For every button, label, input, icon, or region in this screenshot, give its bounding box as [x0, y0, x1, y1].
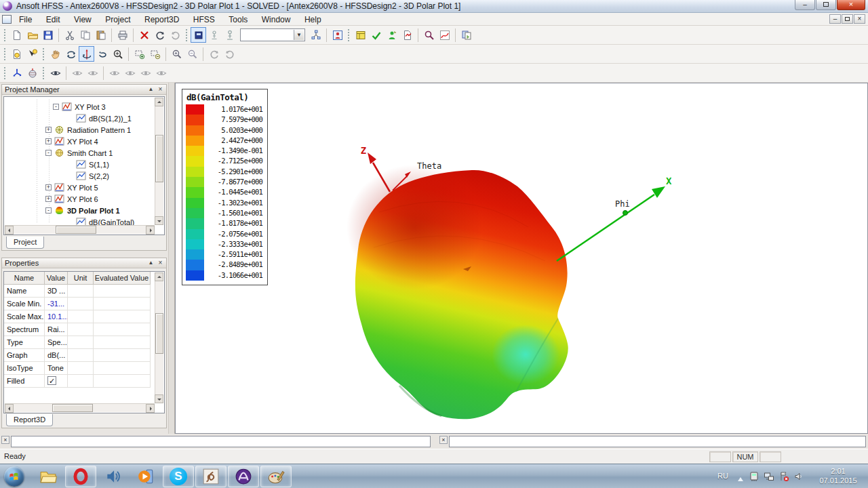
taskbar-skype[interactable]: S	[163, 466, 194, 487]
taskbar-designer[interactable]	[195, 466, 226, 487]
property-row-filled[interactable]: Filled ✓	[4, 375, 151, 388]
mdi-close-button[interactable]: ×	[854, 14, 865, 24]
radiation-pattern-3d-plot[interactable]: Z Theta X Phi	[176, 83, 867, 433]
delete-button[interactable]	[136, 27, 152, 43]
show-all-button[interactable]	[122, 65, 138, 81]
start-button[interactable]	[4, 466, 24, 487]
dock-splitter[interactable]	[168, 83, 175, 434]
open-button[interactable]	[24, 27, 40, 43]
zoom-window-out-button[interactable]	[147, 46, 163, 62]
plot-canvas[interactable]: Z Theta X Phi dB(GainTotal) 1.017	[175, 83, 868, 434]
analyze-all-button[interactable]	[384, 27, 399, 43]
derivative-tree-button[interactable]	[308, 27, 323, 43]
menu-file[interactable]: File	[14, 14, 37, 26]
tree-item-xy-plot-6[interactable]: + XY Plot 6	[4, 193, 98, 205]
taskbar-volume[interactable]	[98, 466, 129, 487]
document-icon[interactable]	[2, 15, 12, 24]
scroll-thumb[interactable]	[56, 226, 96, 234]
toolbar-grip[interactable]	[3, 47, 7, 61]
filled-checkbox[interactable]: ✓	[47, 376, 56, 385]
clock[interactable]: 2:01 07.01.2015	[811, 466, 865, 485]
properties-table[interactable]: Name Value Unit Evaluated Value Name 3D …	[3, 271, 165, 413]
window-restore-button[interactable]	[816, 0, 836, 10]
show-selection-button[interactable]	[85, 65, 100, 81]
tree-item-smith-chart-1[interactable]: - Smith Chart 1	[4, 147, 113, 159]
menu-window[interactable]: Window	[256, 14, 296, 26]
pane-close-button[interactable]: ×	[439, 436, 448, 444]
tree-item-radiation-pattern-1[interactable]: + Radiation Pattern 1	[4, 124, 131, 136]
taskbar-ansoft[interactable]	[228, 466, 259, 487]
paste-button[interactable]	[93, 27, 108, 43]
property-row-type[interactable]: Type Spe...	[4, 336, 151, 349]
hide-others-button[interactable]	[138, 65, 153, 81]
hide-selection-button[interactable]	[69, 65, 85, 81]
hide-all-button[interactable]	[106, 65, 122, 81]
expand-toggle[interactable]: +	[45, 138, 52, 144]
message-field[interactable]	[11, 436, 431, 447]
window-close-button[interactable]: ×	[837, 0, 865, 10]
tree-item-xy-plot-5[interactable]: + XY Plot 5	[4, 182, 98, 193]
tray-expand-icon[interactable]	[738, 474, 743, 481]
view-redo-button[interactable]	[222, 46, 237, 62]
pane-close-button[interactable]: ×	[156, 259, 165, 267]
volume-tray-icon[interactable]	[793, 471, 804, 482]
property-row-spectrum[interactable]: Spectrum Rai...	[4, 323, 151, 336]
menu-hfss[interactable]: HFSS	[188, 14, 220, 26]
results-button[interactable]	[399, 27, 415, 43]
view-undo-button[interactable]	[206, 46, 222, 62]
validate-button[interactable]	[368, 27, 384, 43]
action-center-flag-icon[interactable]	[778, 471, 789, 482]
toolbar-grip[interactable]	[42, 66, 45, 80]
device-tray-icon[interactable]	[749, 471, 760, 482]
scroll-thumb[interactable]	[155, 313, 163, 354]
title-bar[interactable]: Ansoft HFSS - Antex2600V8 - HFSSDesign2 …	[0, 0, 868, 13]
menu-report3d[interactable]: Report3D	[139, 14, 184, 26]
zoom-out-button[interactable]	[184, 46, 200, 62]
expand-toggle[interactable]: -	[45, 207, 52, 214]
pane-close-button[interactable]: ×	[156, 85, 165, 94]
tree-item-s22[interactable]: S(2,2)	[4, 170, 109, 182]
menu-tools[interactable]: Tools	[223, 14, 253, 26]
expand-toggle[interactable]: +	[45, 196, 52, 202]
zoom-in-button[interactable]	[169, 46, 184, 62]
toolbar-grip[interactable]	[42, 47, 45, 61]
model-window-button[interactable]	[353, 27, 368, 43]
window-minimize-button[interactable]: –	[795, 0, 815, 10]
pane-collapse-button[interactable]: ▲	[146, 85, 155, 94]
tree-item-xy-plot-3[interactable]: - XY Plot 3	[4, 101, 106, 113]
tab-report3d[interactable]: Report3D	[6, 414, 53, 426]
network-tray-icon[interactable]	[764, 471, 774, 482]
menu-view[interactable]: View	[68, 14, 97, 26]
scroll-thumb[interactable]	[52, 404, 93, 412]
toolbar-grip[interactable]	[185, 28, 189, 42]
property-row-isotype[interactable]: IsoType Tone	[4, 362, 151, 375]
mdi-minimize-button[interactable]: –	[829, 14, 841, 24]
expand-toggle[interactable]: -	[45, 150, 52, 156]
toolbar-grip[interactable]	[3, 66, 7, 80]
expand-toggle[interactable]: -	[53, 104, 59, 110]
menu-help[interactable]: Help	[299, 14, 327, 26]
tab-project[interactable]: Project	[6, 237, 44, 249]
new-button[interactable]	[9, 27, 24, 43]
zoom-fit-button[interactable]	[110, 46, 125, 62]
language-indicator[interactable]: RU	[717, 472, 728, 480]
column-header-value[interactable]: Value	[45, 272, 68, 285]
rotate-axis-button[interactable]	[79, 46, 94, 62]
copy-image-button[interactable]	[458, 27, 474, 43]
taskbar-media-player[interactable]	[130, 466, 161, 487]
coordinate-system-button[interactable]	[9, 65, 24, 81]
tree-item-xy-plot-4[interactable]: + XY Plot 4	[4, 136, 98, 147]
property-row-graph[interactable]: Graph dB(...	[4, 349, 151, 362]
tree-item-db-s12[interactable]: dB(S(1,2))_1	[4, 113, 132, 124]
redo-button[interactable]	[167, 27, 183, 43]
project-tree[interactable]: - XY Plot 3 dB(S(1,2))_1 + Radiation Pat…	[3, 96, 165, 235]
expand-toggle[interactable]: +	[45, 184, 52, 190]
rotate-model-button[interactable]	[63, 46, 79, 62]
tree-horizontal-scrollbar[interactable]	[5, 225, 155, 234]
property-row-scale-max[interactable]: Scale Max. 10.1...	[4, 310, 151, 323]
rotate-screen-button[interactable]	[94, 46, 110, 62]
zoom-window-in-button[interactable]	[132, 46, 147, 62]
pan-button[interactable]	[47, 46, 63, 62]
property-row-scale-min[interactable]: Scale Min. -31...	[4, 298, 151, 310]
solution-type-button[interactable]	[191, 27, 206, 43]
